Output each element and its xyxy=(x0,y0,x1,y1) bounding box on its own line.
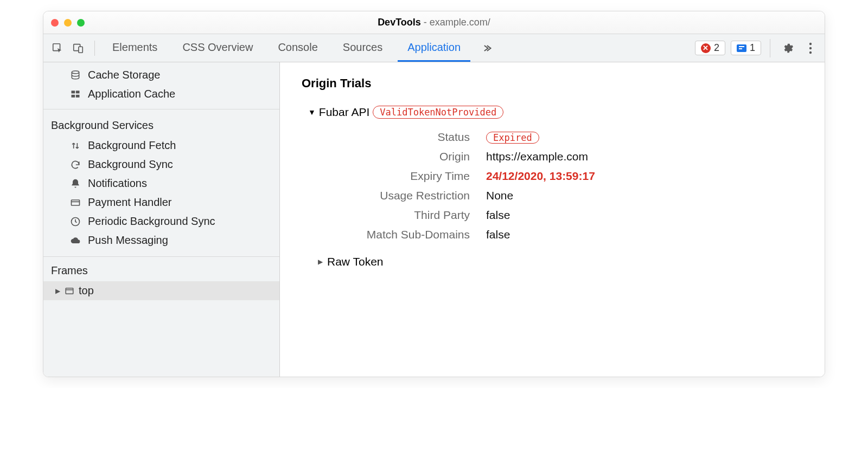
field-origin: Origin https://example.com xyxy=(323,150,803,163)
inspect-icon[interactable] xyxy=(49,40,66,57)
main-panel: Origin Trials ▼ Fubar API ValidTokenNotP… xyxy=(280,62,825,377)
title-sep: - xyxy=(421,17,430,28)
status-value-pill: Expired xyxy=(486,132,539,144)
panel-heading: Origin Trials xyxy=(302,76,803,90)
usage-value: None xyxy=(486,189,513,202)
svg-rect-7 xyxy=(72,90,75,93)
clock-icon xyxy=(69,216,81,227)
window-title: DevTools - example.com/ xyxy=(43,17,825,28)
field-usage: Usage Restriction None xyxy=(323,189,803,202)
messages-badge[interactable]: 1 xyxy=(731,41,761,55)
raw-token-row[interactable]: ▶ Raw Token xyxy=(318,255,803,268)
sidebar-label: Push Messaging xyxy=(88,234,168,247)
tab-elements[interactable]: Elements xyxy=(103,34,167,62)
svg-rect-9 xyxy=(72,94,75,97)
devtools-tabs: Elements CSS Overview Console Sources Ap… xyxy=(103,34,692,62)
sidebar-label: Background Fetch xyxy=(88,139,176,152)
svg-point-5 xyxy=(809,51,812,53)
bell-icon xyxy=(69,178,81,189)
message-icon xyxy=(737,44,746,52)
expiry-label: Expiry Time xyxy=(323,170,470,183)
subdom-label: Match Sub-Domains xyxy=(323,228,470,241)
minimize-window-button[interactable] xyxy=(64,19,72,27)
field-subdomains: Match Sub-Domains false xyxy=(323,228,803,241)
title-app: DevTools xyxy=(378,17,421,28)
trial-name: Fubar API xyxy=(319,106,369,119)
sidebar-item-payment-handler[interactable]: Payment Handler xyxy=(43,193,279,212)
frame-window-icon xyxy=(65,286,74,296)
device-toggle-icon[interactable] xyxy=(69,40,87,57)
third-value: false xyxy=(486,209,510,222)
close-window-button[interactable] xyxy=(51,19,59,27)
svg-rect-10 xyxy=(76,94,80,97)
frame-label: top xyxy=(79,285,94,297)
toolbar-right: ✕ 2 1 xyxy=(695,39,819,57)
traffic-lights xyxy=(51,19,85,27)
svg-rect-11 xyxy=(72,200,80,205)
tab-css-overview[interactable]: CSS Overview xyxy=(173,34,263,62)
frame-top-row[interactable]: ▶ top xyxy=(43,281,279,300)
expiry-value: 24/12/2020, 13:59:17 xyxy=(486,170,595,183)
sidebar-heading-frames: Frames xyxy=(43,257,279,281)
settings-gear-icon[interactable] xyxy=(779,40,796,57)
sidebar-item-notifications[interactable]: Notifications xyxy=(43,174,279,193)
sidebar-item-periodic-sync[interactable]: Periodic Background Sync xyxy=(43,212,279,231)
field-expiry: Expiry Time 24/12/2020, 13:59:17 xyxy=(323,170,803,183)
sidebar-item-push-messaging[interactable]: Push Messaging xyxy=(43,231,279,250)
separator xyxy=(94,41,95,56)
svg-rect-2 xyxy=(79,47,82,53)
application-sidebar: Cache Storage Application Cache Backgrou… xyxy=(43,62,280,377)
sidebar-label: Application Cache xyxy=(88,88,175,100)
sidebar-item-background-sync[interactable]: Background Sync xyxy=(43,155,279,174)
messages-count: 1 xyxy=(750,42,755,54)
trial-row[interactable]: ▼ Fubar API ValidTokenNotProvided xyxy=(308,106,803,119)
sidebar-item-cache-storage[interactable]: Cache Storage xyxy=(43,66,279,85)
database-icon xyxy=(69,70,81,81)
origin-label: Origin xyxy=(323,150,470,163)
tabsbar: Elements CSS Overview Console Sources Ap… xyxy=(43,34,825,62)
sidebar-label: Notifications xyxy=(88,177,147,190)
trial-status-pill: ValidTokenNotProvided xyxy=(373,106,503,119)
usage-label: Usage Restriction xyxy=(323,189,470,202)
subdom-value: false xyxy=(486,228,510,241)
errors-count: 2 xyxy=(714,42,719,54)
disclosure-triangle-icon: ▶ xyxy=(55,287,60,295)
third-label: Third Party xyxy=(323,209,470,222)
sidebar-label: Cache Storage xyxy=(88,69,160,81)
svg-point-6 xyxy=(72,70,79,73)
errors-badge[interactable]: ✕ 2 xyxy=(695,41,725,55)
svg-rect-8 xyxy=(76,90,80,93)
sidebar-item-background-fetch[interactable]: Background Fetch xyxy=(43,136,279,155)
separator xyxy=(770,39,770,57)
raw-token-label: Raw Token xyxy=(327,255,384,268)
sidebar-heading-background: Background Services xyxy=(43,109,279,136)
field-third-party: Third Party false xyxy=(323,209,803,222)
svg-rect-13 xyxy=(66,288,73,294)
sync-icon xyxy=(69,159,81,170)
svg-point-3 xyxy=(809,42,812,44)
svg-point-4 xyxy=(809,47,812,49)
disclosure-triangle-icon: ▶ xyxy=(318,258,323,266)
sidebar-label: Payment Handler xyxy=(88,196,172,209)
card-icon xyxy=(69,197,81,208)
disclosure-triangle-icon: ▼ xyxy=(308,108,316,117)
tab-console[interactable]: Console xyxy=(268,34,327,62)
kebab-menu-icon[interactable] xyxy=(802,40,819,57)
grid-icon xyxy=(69,89,81,100)
sidebar-item-application-cache[interactable]: Application Cache xyxy=(43,85,279,104)
devtools-window: DevTools - example.com/ Elements CSS Ove… xyxy=(43,11,825,377)
tab-application[interactable]: Application xyxy=(398,34,470,62)
cloud-icon xyxy=(69,235,81,246)
updown-arrows-icon xyxy=(69,140,81,151)
field-status: Status Expired xyxy=(323,131,803,144)
title-url: example.com/ xyxy=(430,17,490,28)
error-icon: ✕ xyxy=(701,43,711,53)
tab-sources[interactable]: Sources xyxy=(333,34,392,62)
sidebar-label: Periodic Background Sync xyxy=(88,215,215,228)
titlebar: DevTools - example.com/ xyxy=(43,11,825,34)
origin-value: https://example.com xyxy=(486,150,588,163)
more-tabs-button[interactable] xyxy=(476,34,497,62)
body: Cache Storage Application Cache Backgrou… xyxy=(43,62,825,377)
sidebar-label: Background Sync xyxy=(88,158,173,171)
maximize-window-button[interactable] xyxy=(77,19,85,27)
